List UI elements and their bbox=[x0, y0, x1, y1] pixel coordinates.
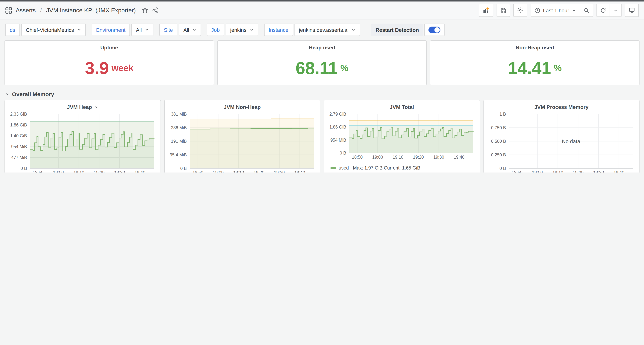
filter-job-label[interactable]: Job bbox=[207, 24, 224, 36]
svg-text:0 B: 0 B bbox=[180, 166, 186, 171]
refresh-button[interactable] bbox=[597, 4, 610, 16]
star-icon[interactable] bbox=[142, 7, 148, 14]
svg-text:19:00: 19:00 bbox=[213, 170, 224, 172]
svg-text:18:50: 18:50 bbox=[33, 170, 44, 172]
panel-jvm-total: JVM Total0 B954 MiB1.86 GiB2.79 GiB18:50… bbox=[324, 100, 480, 172]
breadcrumb-page-title: JVM Instance KPI (JMX Exporter) bbox=[46, 7, 136, 14]
panel-title[interactable]: JVM Total bbox=[328, 103, 476, 111]
svg-text:19:20: 19:20 bbox=[413, 155, 424, 160]
stat-panels-row: Uptime3.9weekHeap used68.11%Non-Heap use… bbox=[4, 40, 640, 85]
chevron-down-icon bbox=[250, 28, 254, 32]
svg-text:19:40: 19:40 bbox=[134, 170, 146, 172]
time-range-picker[interactable]: Last 1 hour bbox=[531, 4, 580, 16]
chart-area[interactable]: 0 B95.4 MiB191 MiB286 MiB381 MiB18:5019:… bbox=[168, 111, 316, 172]
svg-text:0.250 B: 0.250 B bbox=[491, 152, 506, 157]
filter-ds-label[interactable]: ds bbox=[5, 24, 20, 36]
chart-area[interactable]: 0 B954 MiB1.86 GiB2.79 GiB18:5019:0019:1… bbox=[328, 111, 476, 161]
svg-text:19:00: 19:00 bbox=[372, 155, 383, 160]
svg-text:19:00: 19:00 bbox=[532, 170, 543, 172]
filter-instance-value-text: jenkins.dev.asserts.ai bbox=[299, 27, 348, 33]
svg-text:19:30: 19:30 bbox=[433, 155, 444, 160]
panel-jvm-process-memory: JVM Process Memory0 B0.250 B0.500 B0.750… bbox=[483, 100, 640, 172]
stat-value: 14.41% bbox=[430, 54, 639, 83]
section-header-overall-memory[interactable]: Overall Memory bbox=[5, 91, 639, 97]
add-panel-button[interactable] bbox=[479, 4, 493, 16]
restart-detection-toggle[interactable] bbox=[424, 24, 445, 36]
filter-site-label[interactable]: Site bbox=[160, 24, 177, 36]
monitor-icon bbox=[629, 7, 635, 14]
refresh-interval-dropdown[interactable] bbox=[610, 4, 621, 16]
svg-text:19:40: 19:40 bbox=[294, 170, 305, 172]
svg-text:18:50: 18:50 bbox=[352, 155, 363, 160]
svg-text:19:40: 19:40 bbox=[613, 170, 624, 172]
chevron-down-icon bbox=[613, 8, 618, 12]
save-icon bbox=[500, 7, 506, 13]
svg-text:1 B: 1 B bbox=[499, 112, 506, 116]
filter-instance-value[interactable]: jenkins.dev.asserts.ai bbox=[294, 24, 360, 36]
save-dashboard-button[interactable] bbox=[497, 4, 510, 16]
svg-text:0 B: 0 B bbox=[499, 166, 506, 171]
chart-area[interactable]: 0 B477 MiB954 MiB1.40 GiB1.86 GiB2.33 Gi… bbox=[8, 111, 157, 172]
chevron-down-icon bbox=[145, 28, 149, 32]
svg-text:18:50: 18:50 bbox=[512, 170, 522, 172]
svg-text:2.33 GiB: 2.33 GiB bbox=[10, 112, 27, 116]
zoom-out-time-button[interactable] bbox=[580, 4, 593, 16]
svg-text:19:00: 19:00 bbox=[53, 170, 64, 172]
svg-text:0.500 B: 0.500 B bbox=[491, 139, 506, 144]
svg-text:19:10: 19:10 bbox=[552, 170, 563, 172]
svg-text:1.40 GiB: 1.40 GiB bbox=[10, 134, 27, 138]
add-panel-icon bbox=[483, 7, 490, 14]
svg-text:0 B: 0 B bbox=[340, 150, 346, 156]
breadcrumb-separator: / bbox=[40, 7, 42, 14]
stat-title: Uptime bbox=[5, 44, 214, 50]
svg-text:1.86 GiB: 1.86 GiB bbox=[10, 122, 27, 128]
filter-environment-value[interactable]: All bbox=[132, 24, 154, 36]
chart-area[interactable]: 0 B0.250 B0.500 B0.750 B1 B18:5019:0019:… bbox=[487, 111, 636, 172]
svg-text:381 MiB: 381 MiB bbox=[171, 112, 186, 116]
filter-job-value[interactable]: jenkins bbox=[226, 24, 258, 36]
filter-job-value-text: jenkins bbox=[230, 27, 246, 33]
stat-value: 3.9week bbox=[5, 54, 214, 83]
dashboard-settings-button[interactable] bbox=[514, 4, 527, 16]
dashboards-grid-icon[interactable] bbox=[5, 7, 12, 14]
panel-title[interactable]: JVM Non-Heap bbox=[168, 103, 316, 111]
gear-icon bbox=[517, 7, 524, 14]
chevron-down-icon bbox=[77, 28, 81, 32]
filter-ds-value[interactable]: Chief-VictoriaMetrics bbox=[21, 24, 86, 36]
svg-text:19:30: 19:30 bbox=[274, 170, 284, 172]
share-icon[interactable] bbox=[152, 7, 158, 14]
svg-text:286 MiB: 286 MiB bbox=[171, 125, 186, 130]
svg-text:19:20: 19:20 bbox=[572, 170, 584, 172]
stat-title: Heap used bbox=[218, 44, 426, 50]
svg-text:19:20: 19:20 bbox=[253, 170, 264, 172]
restart-detection-label: Restart Detection bbox=[372, 24, 423, 36]
zoom-out-icon bbox=[584, 7, 589, 13]
filter-site-value[interactable]: All bbox=[179, 24, 201, 36]
svg-text:954 MiB: 954 MiB bbox=[11, 144, 27, 149]
filter-ds-value-text: Chief-VictoriaMetrics bbox=[26, 27, 74, 33]
stat-panel-uptime: Uptime3.9week bbox=[4, 40, 214, 85]
dashboard-sections: Overall MemoryJVM Heap0 B477 MiB954 MiB1… bbox=[0, 91, 644, 172]
panel-title[interactable]: JVM Heap bbox=[8, 103, 157, 111]
panel-title[interactable]: JVM Process Memory bbox=[487, 103, 636, 111]
breadcrumb-root[interactable]: Asserts bbox=[16, 7, 36, 14]
chevron-down-icon bbox=[192, 28, 196, 32]
stat-title: Non-Heap used bbox=[430, 44, 639, 50]
svg-text:No data: No data bbox=[562, 138, 580, 144]
section-title: Overall Memory bbox=[12, 91, 54, 97]
svg-text:19:10: 19:10 bbox=[233, 170, 244, 172]
legend-item-used[interactable]: usedMax: 1.97 GiB Current: 1.65 GiB bbox=[330, 166, 476, 171]
panel-jvm-heap: JVM Heap0 B477 MiB954 MiB1.40 GiB1.86 Gi… bbox=[4, 100, 161, 172]
grafana-dashboard: Asserts / JVM Instance KPI (JMX Exporter… bbox=[0, 0, 644, 172]
svg-text:19:20: 19:20 bbox=[94, 170, 104, 172]
cycle-view-mode-button[interactable] bbox=[625, 4, 638, 16]
filter-instance-label[interactable]: Instance bbox=[264, 24, 293, 36]
clock-icon bbox=[534, 7, 540, 13]
filter-site-value-text: All bbox=[183, 27, 189, 33]
panel-row: JVM Heap0 B477 MiB954 MiB1.40 GiB1.86 Gi… bbox=[4, 100, 640, 172]
svg-text:191 MiB: 191 MiB bbox=[171, 139, 186, 144]
chevron-down-icon bbox=[5, 92, 9, 96]
variable-filters-row: ds Chief-VictoriaMetrics Environment All… bbox=[5, 24, 639, 36]
svg-text:19:30: 19:30 bbox=[114, 170, 125, 172]
filter-environment-label[interactable]: Environment bbox=[92, 24, 130, 36]
